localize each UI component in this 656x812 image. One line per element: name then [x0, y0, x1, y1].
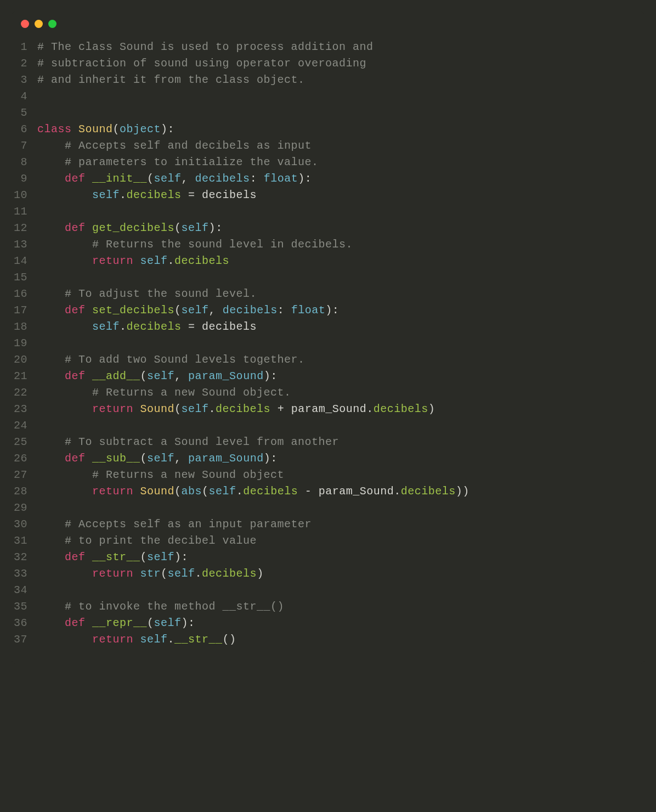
code-line: 3# and inherit it from the class object. — [11, 72, 645, 88]
code-line: 12 def get_decibels(self): — [11, 220, 645, 236]
line-number: 14 — [11, 253, 37, 269]
comment: # Returns a new Sound object — [92, 469, 284, 481]
code-line: 30 # Accepts self as an input parameter — [11, 516, 645, 533]
builtin-str: str — [140, 567, 161, 580]
code-line: 20 # To add two Sound levels together. — [11, 352, 645, 368]
line-number: 23 — [11, 401, 37, 418]
line-number: 4 — [11, 88, 37, 105]
class-name: Sound — [140, 485, 175, 498]
keyword-return: return — [92, 255, 133, 267]
code-line: 26 def __sub__(self, param_Sound): — [11, 450, 645, 467]
code-line: 21 def __add__(self, param_Sound): — [11, 368, 645, 385]
function-name: __repr__ — [92, 617, 147, 629]
line-number: 16 — [11, 286, 37, 302]
line-number: 17 — [11, 302, 37, 319]
line-number: 1 — [11, 39, 37, 55]
code-editor[interactable]: 1# The class Sound is used to process ad… — [11, 33, 645, 664]
line-number: 9 — [11, 171, 37, 187]
comment: # The class Sound is used to process add… — [37, 41, 374, 53]
code-line: 13 # Returns the sound level in decibels… — [11, 236, 645, 253]
line-number: 25 — [11, 434, 37, 450]
keyword-def: def — [65, 370, 86, 382]
line-number: 26 — [11, 450, 37, 467]
code-line: 16 # To adjust the sound level. — [11, 286, 645, 302]
keyword-return: return — [92, 633, 133, 646]
line-number: 5 — [11, 105, 37, 121]
comment: # to invoke the method __str__() — [65, 600, 284, 613]
line-number: 33 — [11, 566, 37, 582]
titlebar — [11, 11, 645, 33]
method-call: __str__ — [174, 633, 223, 646]
line-number: 12 — [11, 220, 37, 236]
self: self — [92, 189, 120, 201]
param-self: self — [147, 452, 174, 465]
close-icon[interactable] — [21, 20, 29, 28]
line-number: 28 — [11, 483, 37, 500]
code-line: 27 # Returns a new Sound object — [11, 467, 645, 483]
comment: # To subtract a Sound level from another — [65, 436, 339, 448]
code-line: 22 # Returns a new Sound object. — [11, 385, 645, 401]
function-name: set_decibels — [92, 304, 174, 317]
attribute: decibels — [174, 255, 229, 267]
line-number: 36 — [11, 615, 37, 631]
comment: # To adjust the sound level. — [65, 287, 257, 300]
builtin-float: float — [291, 304, 326, 317]
param: decibels — [195, 172, 250, 185]
code-line: 4 — [11, 88, 645, 105]
code-line: 15 — [11, 269, 645, 286]
code-line: 9 def __init__(self, decibels: float): — [11, 171, 645, 187]
comment: # to print the decibel value — [65, 534, 257, 547]
self: self — [140, 255, 168, 267]
minimize-icon[interactable] — [35, 20, 43, 28]
zoom-icon[interactable] — [48, 20, 56, 28]
code-line: 6class Sound(object): — [11, 121, 645, 138]
line-number: 34 — [11, 582, 37, 599]
attribute: decibels — [127, 189, 182, 201]
param-self: self — [147, 370, 174, 382]
line-number: 22 — [11, 385, 37, 401]
function-name: __sub__ — [92, 452, 140, 465]
attribute: decibels — [243, 485, 298, 498]
param-self: self — [182, 304, 209, 317]
keyword-def: def — [65, 222, 86, 234]
param-self: self — [182, 222, 209, 234]
keyword-return: return — [92, 403, 133, 415]
self: self — [140, 633, 168, 646]
comment: # parameters to initialize the value. — [65, 156, 319, 168]
comment: # Accepts self as an input parameter — [65, 518, 312, 531]
comment: # To add two Sound levels together. — [65, 353, 305, 366]
code-line: 34 — [11, 582, 645, 599]
builtin-object: object — [120, 123, 161, 136]
class-name: Sound — [140, 403, 175, 415]
comment: # Accepts self and decibels as input — [65, 139, 312, 152]
code-line: 31 # to print the decibel value — [11, 533, 645, 549]
comment: # subtraction of sound using operator ov… — [37, 57, 366, 70]
param: decibels — [223, 304, 278, 317]
code-line: 25 # To subtract a Sound level from anot… — [11, 434, 645, 450]
code-line: 5 — [11, 105, 645, 121]
line-number: 7 — [11, 138, 37, 154]
line-number: 13 — [11, 236, 37, 253]
code-line: 8 # parameters to initialize the value. — [11, 154, 645, 171]
param: param_Sound — [188, 370, 264, 382]
line-number: 3 — [11, 72, 37, 88]
code-line: 11 — [11, 204, 645, 220]
code-line: 2# subtraction of sound using operator o… — [11, 55, 645, 72]
code-line: 35 # to invoke the method __str__() — [11, 599, 645, 615]
class-name: Sound — [78, 123, 113, 136]
keyword-return: return — [92, 567, 133, 580]
code-line: 28 return Sound(abs(self.decibels - para… — [11, 483, 645, 500]
code-line: 29 — [11, 500, 645, 516]
self: self — [209, 485, 236, 498]
code-line: 37 return self.__str__() — [11, 631, 645, 648]
self: self — [182, 403, 209, 415]
comment: # and inherit it from the class object. — [37, 74, 305, 86]
comment: # Returns the sound level in decibels. — [92, 238, 353, 251]
line-number: 8 — [11, 154, 37, 171]
line-number: 24 — [11, 418, 37, 434]
function-name: get_decibels — [92, 222, 174, 234]
code-line: 19 — [11, 335, 645, 352]
code-editor-window: 1# The class Sound is used to process ad… — [11, 11, 645, 664]
keyword-return: return — [92, 485, 133, 498]
function-name: __add__ — [92, 370, 140, 382]
